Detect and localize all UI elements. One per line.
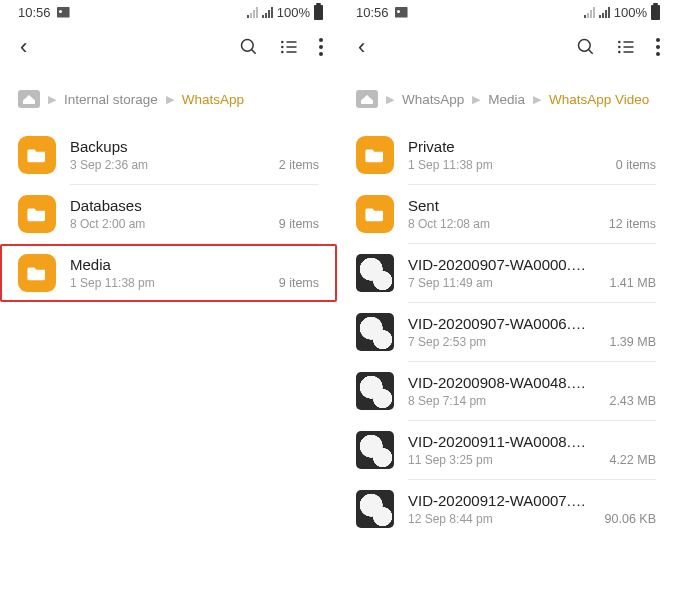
clock: 10:56 bbox=[356, 5, 389, 20]
crumb-media[interactable]: Media bbox=[488, 92, 525, 107]
signal-weak-icon bbox=[584, 7, 595, 18]
item-name: Sent bbox=[408, 197, 595, 215]
item-name: VID-20200912-WA0007.mp4 bbox=[408, 492, 591, 510]
list-item[interactable]: Sent8 Oct 12:08 am12 items bbox=[338, 185, 674, 243]
item-subtitle: 11 Sep 3:25 pm bbox=[408, 453, 595, 467]
search-button[interactable] bbox=[576, 37, 596, 57]
list-view-icon bbox=[279, 37, 299, 57]
item-meta: 4.22 MB bbox=[609, 453, 656, 469]
signal-icon bbox=[599, 7, 610, 18]
folder-icon bbox=[18, 136, 56, 174]
video-thumbnail bbox=[356, 313, 394, 351]
list-item[interactable]: Media1 Sep 11:38 pm9 items bbox=[0, 244, 337, 302]
svg-point-0 bbox=[242, 40, 254, 52]
item-subtitle: 8 Sep 7:14 pm bbox=[408, 394, 595, 408]
folder-icon bbox=[18, 195, 56, 233]
view-toggle-button[interactable] bbox=[279, 37, 299, 57]
list-view-icon bbox=[616, 37, 636, 57]
item-meta: 9 items bbox=[279, 276, 319, 292]
battery-icon bbox=[314, 5, 323, 20]
signal-icon bbox=[262, 7, 273, 18]
item-name: Private bbox=[408, 138, 602, 156]
video-thumbnail bbox=[356, 431, 394, 469]
list-item[interactable]: Private1 Sep 11:38 pm0 items bbox=[338, 126, 674, 184]
crumb-whatsapp[interactable]: WhatsApp bbox=[402, 92, 464, 107]
item-subtitle: 8 Oct 12:08 am bbox=[408, 217, 595, 231]
item-name: Media bbox=[70, 256, 265, 274]
list-item[interactable]: VID-20200907-WA0000.mp47 Sep 11:49 am1.4… bbox=[338, 244, 674, 302]
list-item[interactable]: VID-20200907-WA0006.mp47 Sep 2:53 pm1.39… bbox=[338, 303, 674, 361]
svg-point-8 bbox=[579, 40, 591, 52]
item-meta: 2 items bbox=[279, 158, 319, 174]
video-thumbnail bbox=[356, 372, 394, 410]
back-button[interactable]: ‹ bbox=[352, 30, 371, 64]
list-item[interactable]: Backups3 Sep 2:36 am2 items bbox=[0, 126, 337, 184]
signal-weak-icon bbox=[247, 7, 258, 18]
item-name: VID-20200911-WA0008.mp4 bbox=[408, 433, 595, 451]
chevron-right-icon: ▶ bbox=[533, 93, 541, 106]
search-icon bbox=[576, 37, 596, 57]
svg-point-2 bbox=[281, 41, 284, 44]
item-name: VID-20200907-WA0006.mp4 bbox=[408, 315, 595, 333]
item-meta: 12 items bbox=[609, 217, 656, 233]
item-meta: 1.39 MB bbox=[609, 335, 656, 351]
svg-point-14 bbox=[618, 51, 621, 54]
item-name: VID-20200908-WA0048.mp4 bbox=[408, 374, 595, 392]
list-item[interactable]: Databases8 Oct 2:00 am9 items bbox=[0, 185, 337, 243]
item-name: Databases bbox=[70, 197, 265, 215]
clock: 10:56 bbox=[18, 5, 51, 20]
folder-icon bbox=[356, 136, 394, 174]
chevron-right-icon: ▶ bbox=[166, 93, 174, 106]
picture-icon bbox=[395, 7, 408, 18]
search-icon bbox=[239, 37, 259, 57]
search-button[interactable] bbox=[239, 37, 259, 57]
screen-left: 10:56 100% ‹ ▶ Internal storage ▶ WhatsA… bbox=[0, 0, 337, 611]
chevron-right-icon: ▶ bbox=[472, 93, 480, 106]
more-button[interactable] bbox=[319, 38, 323, 56]
item-name: Backups bbox=[70, 138, 265, 156]
crumb-current[interactable]: WhatsApp bbox=[182, 92, 244, 107]
breadcrumb: ▶ Internal storage ▶ WhatsApp bbox=[0, 70, 337, 122]
svg-line-1 bbox=[252, 50, 256, 54]
battery-pct: 100% bbox=[277, 5, 310, 20]
item-name: VID-20200907-WA0000.mp4 bbox=[408, 256, 595, 274]
list-item[interactable]: VID-20200912-WA0007.mp412 Sep 8:44 pm90.… bbox=[338, 480, 674, 538]
list-item[interactable]: VID-20200911-WA0008.mp411 Sep 3:25 pm4.2… bbox=[338, 421, 674, 479]
chevron-right-icon: ▶ bbox=[386, 93, 394, 106]
item-subtitle: 1 Sep 11:38 pm bbox=[408, 158, 602, 172]
svg-point-4 bbox=[281, 46, 284, 49]
item-meta: 0 items bbox=[616, 158, 656, 174]
crumb-internal[interactable]: Internal storage bbox=[64, 92, 158, 107]
picture-icon bbox=[57, 7, 70, 18]
action-bar: ‹ bbox=[0, 24, 337, 70]
item-meta: 90.06 KB bbox=[605, 512, 656, 528]
folder-icon bbox=[356, 195, 394, 233]
item-meta: 1.41 MB bbox=[609, 276, 656, 292]
file-list: Private1 Sep 11:38 pm0 itemsSent8 Oct 12… bbox=[338, 122, 674, 538]
file-list: Backups3 Sep 2:36 am2 itemsDatabases8 Oc… bbox=[0, 122, 337, 302]
item-meta: 2.43 MB bbox=[609, 394, 656, 410]
battery-pct: 100% bbox=[614, 5, 647, 20]
svg-line-9 bbox=[589, 50, 593, 54]
home-icon[interactable] bbox=[356, 90, 378, 108]
svg-point-6 bbox=[281, 51, 284, 54]
item-subtitle: 1 Sep 11:38 pm bbox=[70, 276, 265, 290]
home-icon[interactable] bbox=[18, 90, 40, 108]
crumb-current[interactable]: WhatsApp Video bbox=[549, 92, 649, 107]
more-button[interactable] bbox=[656, 38, 660, 56]
folder-icon bbox=[18, 254, 56, 292]
action-bar: ‹ bbox=[338, 24, 674, 70]
view-toggle-button[interactable] bbox=[616, 37, 636, 57]
battery-icon bbox=[651, 5, 660, 20]
status-bar: 10:56 100% bbox=[0, 0, 337, 24]
item-subtitle: 8 Oct 2:00 am bbox=[70, 217, 265, 231]
breadcrumb: ▶ WhatsApp ▶ Media ▶ WhatsApp Video bbox=[338, 70, 674, 122]
item-subtitle: 3 Sep 2:36 am bbox=[70, 158, 265, 172]
item-subtitle: 7 Sep 2:53 pm bbox=[408, 335, 595, 349]
svg-point-12 bbox=[618, 46, 621, 49]
chevron-right-icon: ▶ bbox=[48, 93, 56, 106]
list-item[interactable]: VID-20200908-WA0048.mp48 Sep 7:14 pm2.43… bbox=[338, 362, 674, 420]
screen-right: 10:56 100% ‹ ▶ WhatsApp ▶ Media ▶ WhatsA… bbox=[337, 0, 674, 611]
item-subtitle: 12 Sep 8:44 pm bbox=[408, 512, 591, 526]
back-button[interactable]: ‹ bbox=[14, 30, 33, 64]
